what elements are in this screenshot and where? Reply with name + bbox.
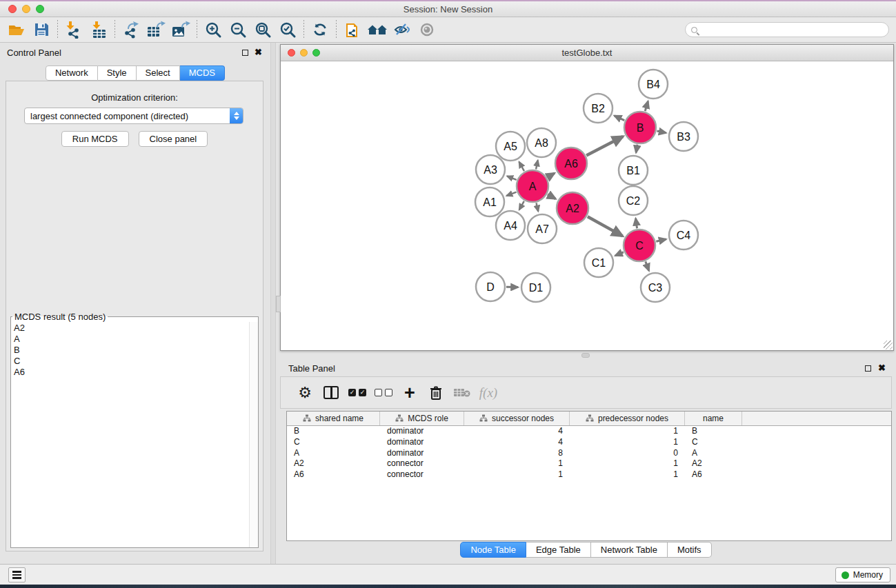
table-row[interactable]: Cdominator41C	[287, 437, 891, 448]
graph-node-D[interactable]: D	[476, 272, 505, 301]
zoom-window-button[interactable]	[36, 5, 44, 13]
graph-edge-B-B2[interactable]	[615, 116, 625, 121]
network-minimize-button[interactable]	[300, 49, 308, 57]
graph-node-B2[interactable]: B2	[584, 94, 613, 123]
column-header-shared-name[interactable]: shared name	[287, 412, 380, 425]
home-layout-button[interactable]	[365, 19, 390, 40]
select-all-button[interactable]: ✓✓	[344, 381, 370, 405]
graph-edge-C-C4[interactable]	[656, 239, 666, 241]
graph-node-A7[interactable]: A7	[528, 214, 557, 243]
new-network-button[interactable]	[340, 19, 365, 40]
network-canvas[interactable]: B4B2BB3A5A8A6A3B1AA1C2A2A4A7C4CC1C3DD1	[281, 61, 893, 350]
column-visibility-button[interactable]	[318, 381, 344, 405]
graph-node-A8[interactable]: A8	[527, 128, 556, 157]
export-table-button[interactable]	[143, 19, 168, 40]
graph-node-B4[interactable]: B4	[639, 70, 668, 99]
graph-node-A2[interactable]: A2	[557, 192, 588, 224]
close-panel-button[interactable]: Close panel	[139, 131, 208, 147]
close-panel-icon[interactable]: ✖	[255, 48, 262, 57]
delete-table-button[interactable]	[449, 381, 475, 405]
memory-button[interactable]: Memory	[835, 567, 890, 582]
graph-edge-A-A2[interactable]	[548, 194, 556, 199]
tab-select[interactable]: Select	[137, 65, 180, 81]
graph-node-A5[interactable]: A5	[496, 132, 525, 161]
network-close-button[interactable]	[288, 49, 295, 57]
graph-node-D1[interactable]: D1	[521, 273, 550, 302]
graph-node-A1[interactable]: A1	[475, 187, 504, 216]
close-table-panel-icon[interactable]: ✖	[878, 363, 886, 373]
mcds-result-item[interactable]: C	[14, 356, 258, 367]
zoom-fit-button[interactable]	[250, 19, 275, 40]
column-header-predecessor-nodes[interactable]: predecessor nodes	[570, 412, 685, 425]
graph-node-A3[interactable]: A3	[476, 155, 505, 184]
export-image-button[interactable]	[168, 19, 193, 40]
refresh-button[interactable]	[308, 19, 332, 40]
task-history-button[interactable]	[8, 567, 26, 582]
tab-network[interactable]: Network	[46, 65, 98, 81]
graph-node-A4[interactable]: A4	[496, 211, 525, 240]
import-table-button[interactable]	[86, 19, 111, 40]
table-row[interactable]: Bdominator41B	[287, 426, 891, 437]
float-panel-icon[interactable]	[242, 50, 248, 56]
mcds-result-item[interactable]: A2	[14, 323, 258, 334]
open-session-button[interactable]	[4, 19, 29, 40]
tab-node-table[interactable]: Node Table	[460, 542, 526, 558]
graph-node-A[interactable]: A	[517, 170, 548, 202]
tab-style[interactable]: Style	[98, 65, 137, 81]
graph-edge-A-A1[interactable]	[506, 192, 516, 196]
tab-network-table[interactable]: Network Table	[591, 542, 668, 558]
graph-node-C2[interactable]: C2	[619, 186, 648, 215]
horizontal-split-handle[interactable]	[581, 353, 590, 358]
graph-edge-A-A4[interactable]	[519, 201, 524, 210]
save-session-button[interactable]	[29, 19, 54, 40]
table-settings-button[interactable]: ⚙	[292, 381, 318, 405]
function-builder-button[interactable]: f(x)	[475, 381, 501, 405]
graph-edge-A-A7[interactable]	[537, 203, 539, 211]
mcds-result-item[interactable]: A	[14, 334, 258, 345]
graph-edge-C-C3[interactable]	[646, 261, 649, 270]
table-row[interactable]: A2connector11A2	[287, 458, 891, 469]
graph-node-C[interactable]: C	[624, 230, 655, 261]
panel-split-divider[interactable]	[270, 43, 276, 564]
zoom-selected-button[interactable]	[275, 19, 300, 40]
hide-panels-button[interactable]	[390, 19, 415, 40]
graph-edge-C-C1[interactable]	[615, 252, 624, 256]
deselect-all-button[interactable]	[370, 381, 397, 405]
close-window-button[interactable]	[8, 5, 17, 13]
graph-edge-B-B4[interactable]	[645, 101, 648, 111]
window-resize-grip[interactable]	[884, 341, 893, 349]
graph-node-C3[interactable]: C3	[641, 273, 670, 302]
graph-edge-B-B1[interactable]	[636, 145, 637, 153]
graph-node-C4[interactable]: C4	[669, 221, 698, 250]
mcds-result-item[interactable]: A6	[14, 367, 258, 378]
export-network-button[interactable]	[119, 19, 143, 40]
tab-mcds[interactable]: MCDS	[180, 65, 225, 81]
graph-node-B3[interactable]: B3	[669, 122, 698, 151]
network-window-titlebar[interactable]: testGlobe.txt	[281, 45, 893, 61]
import-network-button[interactable]	[61, 19, 86, 40]
graph-edge-C-C2[interactable]	[636, 219, 637, 228]
column-header-MCDS-role[interactable]: MCDS role	[380, 412, 464, 425]
zoom-in-button[interactable]	[201, 19, 226, 40]
graph-edge-A-A6[interactable]	[548, 173, 555, 177]
tab-edge-table[interactable]: Edge Table	[526, 542, 591, 558]
graph-edge-B-B3[interactable]	[657, 131, 666, 133]
network-zoom-button[interactable]	[312, 49, 320, 57]
graph-edge-A-A5[interactable]	[519, 162, 524, 171]
run-mcds-button[interactable]: Run MCDS	[61, 131, 129, 147]
graph-node-B1[interactable]: B1	[619, 156, 648, 185]
search-input[interactable]	[701, 25, 883, 34]
show-eye-button[interactable]	[415, 19, 439, 40]
graph-edge-A-A3[interactable]	[507, 176, 517, 180]
zoom-out-button[interactable]	[226, 19, 250, 40]
mcds-result-item[interactable]: B	[14, 345, 258, 356]
tab-motifs[interactable]: Motifs	[668, 542, 712, 558]
delete-column-button[interactable]	[423, 381, 449, 405]
graph-node-B[interactable]: B	[624, 112, 656, 143]
column-header-name[interactable]: name	[685, 412, 742, 425]
birdseye-toggle-handle[interactable]	[276, 296, 281, 312]
graph-edge-A6-B[interactable]	[586, 136, 623, 156]
graph-edge-A-A8[interactable]	[536, 160, 538, 169]
add-column-button[interactable]: +	[397, 381, 423, 405]
result-list-scrollbar[interactable]	[249, 322, 258, 547]
